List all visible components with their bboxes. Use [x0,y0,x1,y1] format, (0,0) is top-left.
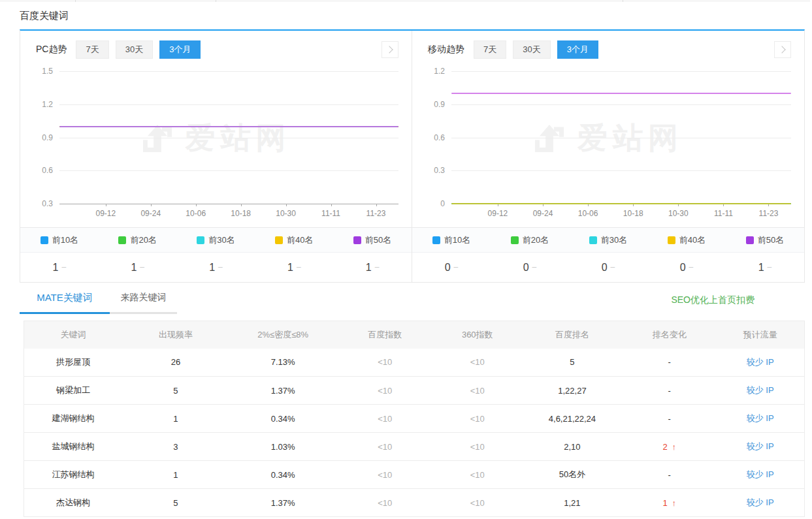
top-divider-line [0,1,810,1]
legend-item-前40名[interactable]: 前40名 [647,234,726,246]
series-line-前50名 [451,93,791,94]
gridline [59,170,398,171]
y-axis-tick-label: 0.3 [434,166,445,175]
keywords-table: 关键词出现频率2%≤密度≤8%百度指数360指数百度排名排名变化预计流量 拱形屋… [24,321,805,517]
gridline [451,104,791,105]
legend-item-label: 前20名 [130,234,156,246]
legend-item-label: 前30名 [208,234,235,246]
baidu-index-cell: <10 [337,461,433,489]
pc-legend-values: 1–1–1–1–1– [20,252,412,282]
legend-count-trend-dash: – [218,262,223,272]
density-cell: 0.34% [229,461,337,489]
baidu-rank-cell: 50名外 [522,461,623,489]
column-header: 出现频率 [122,321,229,349]
range-button-2[interactable]: 3个月 [557,40,598,59]
chevron-right-icon [778,46,785,53]
legend-item-前30名[interactable]: 前30名 [569,234,647,246]
y-axis-tick-label: 0.6 [42,166,53,175]
baidu-rank-cell: 4,6,21,22,24 [522,405,623,433]
legend-count: 1– [99,262,177,274]
gridline [451,138,791,138]
x-axis-labels: 09-1209-2410-0610-1810-3011-1111-23 [475,209,791,218]
traffic-link[interactable]: 较少 IP [747,497,774,507]
x-axis-tick [151,204,152,206]
gridline [59,204,398,204]
legend-count: 1– [177,262,255,274]
traffic-link[interactable]: 较少 IP [747,441,774,451]
legend-count-value: 1 [758,262,764,273]
mobile-legend-values: 0–0–0–0–1– [412,252,804,282]
x-axis-tick-label: 09-24 [128,209,173,218]
range-button-0[interactable]: 7天 [474,40,506,59]
x-axis-tick [331,204,332,206]
gridline [59,138,398,138]
seo-promo-link[interactable]: SEO优化上首页扣费 [671,294,755,306]
est-traffic-cell: 较少 IP [716,433,804,461]
legend-color-swatch [511,236,519,244]
range-button-2[interactable]: 3个月 [159,40,201,59]
baidu-index-cell: <10 [337,377,433,405]
traffic-link[interactable]: 较少 IP [747,357,774,367]
table-row: 盐城钢结构31.03%<10<102,102 ↑较少 IP [24,433,805,461]
traffic-link[interactable]: 较少 IP [747,385,774,395]
est-traffic-cell: 较少 IP [716,377,804,405]
pc-range-group: 7天30天3个月 [76,40,207,59]
legend-color-swatch [118,236,126,244]
legend-item-前10名[interactable]: 前10名 [412,234,491,246]
legend-item-前20名[interactable]: 前20名 [99,234,177,246]
360-index-cell: <10 [433,461,522,489]
x-axis-tick-label: 11-23 [353,209,398,218]
traffic-link[interactable]: 较少 IP [747,469,774,479]
pc-next-arrow-button[interactable] [382,41,398,58]
legend-item-前20名[interactable]: 前20名 [491,234,569,246]
x-axis-tick-label: 10-06 [173,209,218,218]
legend-count-trend-dash: – [611,262,615,272]
traffic-link[interactable]: 较少 IP [747,413,774,423]
table-header-row: 关键词出现频率2%≤密度≤8%百度指数360指数百度排名排名变化预计流量 [24,321,805,349]
legend-color-swatch [275,236,283,244]
range-button-1[interactable]: 30天 [513,40,550,59]
top-divider-tick [623,0,623,2]
x-axis-tick [106,204,106,206]
legend-item-label: 前30名 [601,234,627,246]
pc-plot-area: 1.51.20.90.60.309-1209-2410-0610-1810-30… [59,71,398,204]
legend-count-value: 1 [366,262,372,273]
keyword-cell: 杰达钢构 [24,489,123,517]
frequency-cell: 5 [122,377,229,405]
column-header: 关键词 [24,321,123,349]
legend-item-前10名[interactable]: 前10名 [20,234,99,246]
density-cell: 1.37% [229,489,337,517]
legend-color-swatch [197,236,204,244]
tab-mate-keywords[interactable]: MATE关键词 [20,292,110,314]
legend-item-label: 前10名 [52,234,78,246]
mobile-range-group: 7天30天3个月 [474,40,605,59]
keyword-tabs-bar: MATE关键词来路关键词 SEO优化上首页扣费 [20,288,805,314]
rank-change-cell: - [623,349,716,377]
legend-count: 1– [726,262,804,274]
legend-item-前30名[interactable]: 前30名 [177,234,255,246]
mobile-next-arrow-button[interactable] [774,41,791,58]
legend-count-value: 1 [209,262,215,273]
pc-trend-label: PC趋势 [36,44,67,55]
density-cell: 7.13% [229,349,337,377]
x-axis-tick-label: 10-30 [263,209,308,218]
range-button-1[interactable]: 30天 [116,40,153,59]
legend-item-前40名[interactable]: 前40名 [255,234,333,246]
pc-trend-header: PC趋势 7天30天3个月 [20,31,412,59]
rank-up-arrow-icon: ↑ [672,442,676,452]
density-cell: 0.34% [229,405,337,433]
legend-item-label: 前50名 [758,234,784,246]
legend-item-前50名[interactable]: 前50名 [333,234,412,246]
legend-item-前50名[interactable]: 前50名 [726,234,804,246]
chevron-right-icon [385,46,393,53]
est-traffic-cell: 较少 IP [716,489,804,517]
frequency-cell: 26 [122,349,229,377]
tab-referral-keywords[interactable]: 来路关键词 [110,292,177,314]
frequency-cell: 1 [122,461,229,489]
x-axis-tick-label: 10-18 [611,209,656,218]
legend-count-trend-dash: – [454,262,459,272]
baidu-index-cell: <10 [337,433,433,461]
range-button-0[interactable]: 7天 [76,40,108,59]
legend-count: 0– [491,262,569,274]
y-axis-tick-label: 1.2 [42,100,53,109]
